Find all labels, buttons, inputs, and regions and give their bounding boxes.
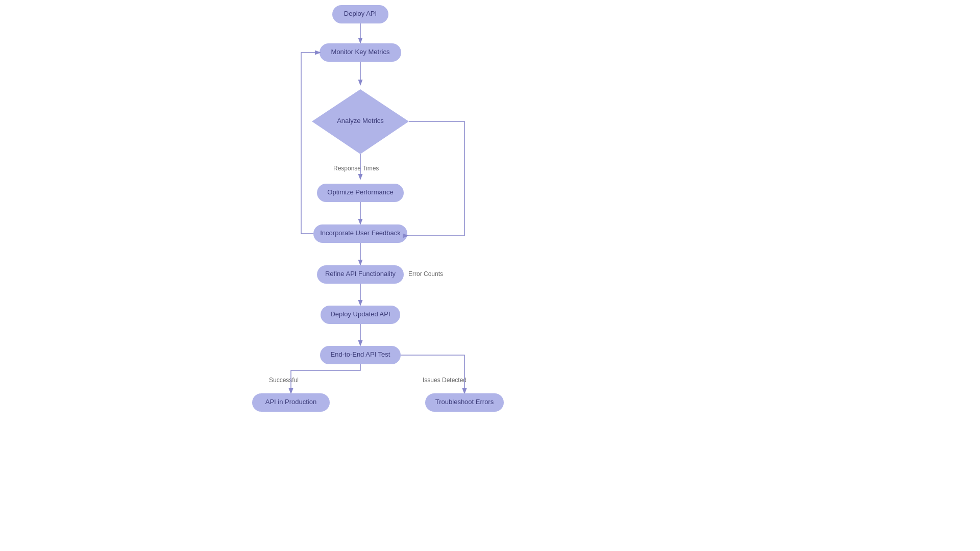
deploy-api-label: Deploy API	[344, 10, 377, 17]
successful-label: Successful	[269, 377, 299, 384]
refine-api-functionality-label: Refine API Functionality	[325, 270, 396, 278]
troubleshoot-errors-label: Troubleshoot Errors	[435, 398, 494, 406]
response-times-label: Response Times	[333, 165, 379, 172]
optimize-performance-label: Optimize Performance	[327, 188, 393, 196]
incorporate-user-feedback-label: Incorporate User Feedback	[320, 229, 401, 237]
issues-detected-label: Issues Detected	[423, 377, 467, 384]
error-counts-label: Error Counts	[408, 270, 443, 278]
api-in-production-label: API in Production	[265, 398, 316, 406]
end-to-end-api-test-label: End-to-End API Test	[331, 350, 390, 358]
monitor-key-metrics-label: Monitor Key Metrics	[331, 48, 390, 56]
deploy-updated-api-label: Deploy Updated API	[330, 310, 390, 318]
flowchart-container: Deploy API Monitor Key Metrics Analyze M…	[0, 0, 980, 551]
analyze-metrics-label: Analyze Metrics	[337, 117, 384, 124]
